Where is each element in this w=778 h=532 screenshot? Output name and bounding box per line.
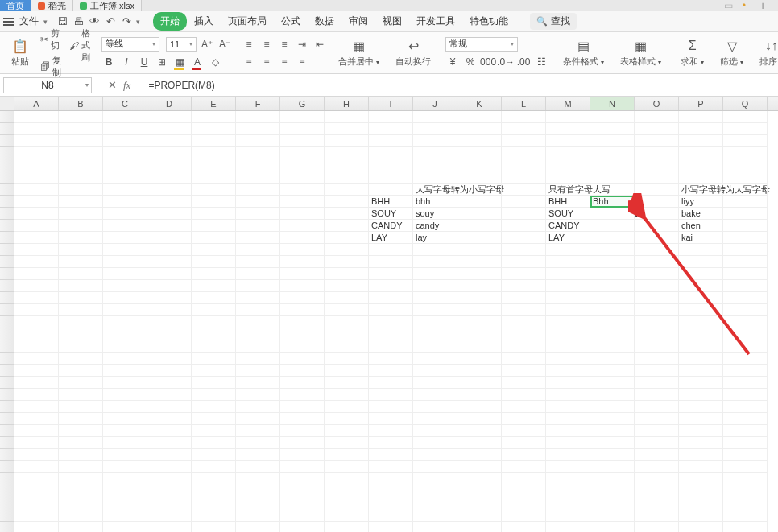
cell-J11[interactable]: lay	[413, 232, 457, 244]
cell-H10[interactable]	[325, 220, 369, 232]
cell-D3[interactable]	[147, 135, 192, 147]
cell-P24[interactable]	[679, 389, 723, 401]
cell-I15[interactable]	[369, 280, 413, 292]
cell-F16[interactable]	[236, 292, 280, 304]
cell-A34[interactable]	[14, 509, 59, 522]
tab-home[interactable]: 首页	[0, 0, 31, 11]
cell-E12[interactable]	[192, 244, 236, 256]
inc-decimal-button[interactable]: .0→	[499, 55, 513, 69]
sort-button[interactable]: ↓↑ 排序 ▾	[756, 38, 778, 68]
row-header-10[interactable]	[0, 220, 14, 232]
cell-E4[interactable]	[192, 147, 236, 159]
cell-I33[interactable]	[369, 497, 413, 509]
cell-I32[interactable]	[369, 485, 413, 497]
cell-D30[interactable]	[147, 461, 192, 473]
cell-G12[interactable]	[280, 244, 325, 256]
cell-C9[interactable]	[103, 208, 147, 220]
cell-F29[interactable]	[236, 449, 280, 461]
col-header-D[interactable]: D	[147, 97, 192, 110]
cell-F28[interactable]	[236, 437, 280, 449]
cell-B26[interactable]	[59, 413, 103, 425]
cell-L5[interactable]	[502, 159, 546, 171]
bold-button[interactable]: B	[101, 55, 116, 69]
cell-P17[interactable]	[679, 304, 723, 316]
cell-L21[interactable]	[502, 353, 546, 365]
cell-C12[interactable]	[103, 244, 147, 256]
cell-P2[interactable]	[679, 123, 723, 135]
cell-O12[interactable]	[635, 244, 679, 256]
cell-P9[interactable]: bake	[679, 208, 723, 220]
cell-G13[interactable]	[280, 256, 325, 268]
cell-I3[interactable]	[369, 135, 413, 147]
font-size-select[interactable]: 11▾	[166, 37, 197, 52]
cell-K8[interactable]	[457, 196, 502, 208]
cell-N18[interactable]	[590, 316, 635, 328]
cell-M10[interactable]: CANDY	[546, 220, 590, 232]
row-header-22[interactable]	[0, 365, 14, 377]
cell-L2[interactable]	[502, 123, 546, 135]
cell-P26[interactable]	[679, 413, 723, 425]
menu-tab-devtools[interactable]: 开发工具	[409, 12, 462, 31]
col-header-F[interactable]: F	[236, 97, 280, 110]
cell-M35[interactable]	[546, 522, 590, 532]
cell-I26[interactable]	[369, 413, 413, 425]
cell-F5[interactable]	[236, 159, 280, 171]
cell-N23[interactable]	[590, 377, 635, 389]
cell-D9[interactable]	[147, 208, 192, 220]
cell-K27[interactable]	[457, 425, 502, 437]
cell-E31[interactable]	[192, 473, 236, 485]
row-header-23[interactable]	[0, 377, 14, 389]
cell-B22[interactable]	[59, 365, 103, 377]
cell-A29[interactable]	[14, 449, 59, 461]
cell-O26[interactable]	[635, 413, 679, 425]
cell-E20[interactable]	[192, 340, 236, 353]
cell-O28[interactable]	[635, 437, 679, 449]
row-header-24[interactable]	[0, 389, 14, 401]
cell-P4[interactable]	[679, 147, 723, 159]
row-header-12[interactable]	[0, 244, 14, 256]
cell-H3[interactable]	[325, 135, 369, 147]
cell-D14[interactable]	[147, 268, 192, 280]
number-format-select[interactable]: 常规▾	[445, 37, 518, 52]
cell-A4[interactable]	[14, 147, 59, 159]
cell-G19[interactable]	[280, 328, 325, 340]
align-center-button[interactable]: ≡	[259, 55, 274, 69]
cell-G27[interactable]	[280, 425, 325, 437]
cell-I18[interactable]	[369, 316, 413, 328]
cell-C32[interactable]	[103, 485, 147, 497]
cell-H26[interactable]	[325, 413, 369, 425]
cell-O11[interactable]	[635, 232, 679, 244]
cell-I10[interactable]: CANDY	[369, 220, 413, 232]
cell-N12[interactable]	[590, 244, 635, 256]
row-header-3[interactable]	[0, 135, 14, 147]
cell-C21[interactable]	[103, 353, 147, 365]
cell-K31[interactable]	[457, 473, 502, 485]
cell-N32[interactable]	[590, 485, 635, 497]
tab-daoke[interactable]: 稻壳	[31, 0, 73, 11]
cell-I7[interactable]	[369, 184, 413, 196]
cell-M24[interactable]	[546, 389, 590, 401]
cut-button[interactable]: ✂剪切	[40, 27, 63, 52]
cell-O18[interactable]	[635, 316, 679, 328]
align-middle-button[interactable]: ≡	[259, 37, 274, 52]
cell-G28[interactable]	[280, 437, 325, 449]
cell-N30[interactable]	[590, 461, 635, 473]
cell-B32[interactable]	[59, 485, 103, 497]
cell-D28[interactable]	[147, 437, 192, 449]
cell-A30[interactable]	[14, 461, 59, 473]
cell-N34[interactable]	[590, 509, 635, 522]
cell-J19[interactable]	[413, 328, 457, 340]
cell-I11[interactable]: LAY	[369, 232, 413, 244]
cell-M13[interactable]	[546, 256, 590, 268]
cond-format-button[interactable]: ▤ 条件格式 ▾	[560, 38, 607, 68]
cell-A6[interactable]	[14, 171, 59, 184]
cell-J34[interactable]	[413, 509, 457, 522]
cell-L1[interactable]	[502, 111, 546, 123]
cell-C8[interactable]	[103, 196, 147, 208]
row-header-11[interactable]	[0, 232, 14, 244]
cell-N33[interactable]	[590, 497, 635, 509]
cell-I24[interactable]	[369, 389, 413, 401]
cell-G30[interactable]	[280, 461, 325, 473]
cell-Q27[interactable]	[723, 425, 768, 437]
cell-P25[interactable]	[679, 401, 723, 413]
